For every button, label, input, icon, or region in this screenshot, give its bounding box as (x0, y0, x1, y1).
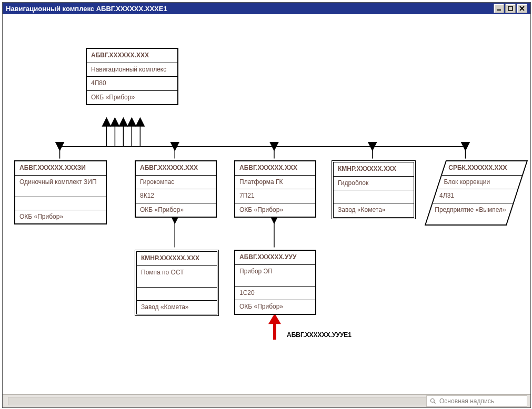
search-input[interactable]: Основная надпись (426, 395, 527, 407)
window-title: Навигационный комплекс АБВГ.ХХХХХХ.ХХХЕ1 (6, 5, 494, 13)
node-hydro[interactable]: КМНР.ХХХХХХ.ХХХ Гидроблок Завод «Комета» (332, 160, 416, 219)
node-org: ОКБ «Прибор» (235, 300, 315, 314)
node-name: Платформа ГК (235, 176, 315, 190)
window-buttons (494, 4, 527, 13)
node-pump[interactable]: КМНР.ХХХХХХ.ХХХ Помпа по ОСТ Завод «Коме… (135, 250, 219, 316)
node-org: ОКБ «Прибор» (15, 210, 106, 224)
app-window: Навигационный комплекс АБВГ.ХХХХХХ.ХХХЕ1 (2, 2, 531, 408)
minimize-button[interactable] (494, 4, 504, 13)
status-track (8, 397, 428, 405)
node-root[interactable]: АБВГ.ХХХХХХ.ХХХ Навигационный комплекс 4… (86, 48, 178, 105)
node-name: Навигационный комплекс (87, 63, 177, 77)
node-name: Одиночный комплект ЗИП (15, 176, 106, 197)
node-code: СРБК.ХХХХХХ.ХХХ (448, 164, 507, 172)
node-index (334, 190, 414, 203)
titlebar: Навигационный комплекс АБВГ.ХХХХХХ.ХХХЕ1 (3, 3, 530, 14)
node-index (137, 288, 217, 301)
statusbar: Основная надпись (3, 394, 530, 407)
node-code: АБВГ.ХХХХХХ.УУУ (235, 251, 315, 265)
node-name: Гирокомпас (136, 176, 216, 190)
node-gyro[interactable]: АБВГ.ХХХХХХ.ХХХ Гирокомпас 8К12 ОКБ «При… (135, 160, 217, 218)
node-index (15, 197, 106, 210)
node-platform[interactable]: АБВГ.ХХХХХХ.ХХХ Платформа ГК 7П21 ОКБ «П… (234, 160, 316, 218)
node-index: 7П21 (235, 189, 315, 203)
node-name: Гидроблок (334, 177, 414, 191)
svg-rect-1 (508, 6, 513, 11)
node-org: Предприятие «Вымпел» (435, 206, 506, 214)
node-org: Завод «Комета» (137, 301, 217, 314)
node-org: ОКБ «Прибор» (235, 203, 315, 217)
search-icon (430, 398, 436, 404)
close-icon (519, 6, 525, 11)
node-name: Помпа по ОСТ (137, 266, 217, 288)
node-code: КМНР.ХХХХХХ.ХХХ (334, 162, 414, 177)
node-name: Блок коррекции (444, 178, 490, 187)
node-code: АБВГ.ХХХХХХ.ХХХЗИ (15, 161, 106, 176)
diagram-canvas[interactable]: АБВГ.ХХХХХХ.ХХХ Навигационный комплекс 4… (3, 14, 530, 394)
node-ep[interactable]: АБВГ.ХХХХХХ.УУУ Прибор ЭП 1С20 ОКБ «Приб… (234, 250, 316, 315)
node-zip[interactable]: АБВГ.ХХХХХХ.ХХХЗИ Одиночный комплект ЗИП… (14, 160, 107, 224)
search-placeholder: Основная надпись (439, 397, 494, 405)
node-index: 1С20 (235, 287, 315, 301)
maximize-button[interactable] (505, 4, 516, 13)
minimize-icon (496, 6, 501, 11)
maximize-icon (508, 6, 513, 11)
node-index: 4Л31 (439, 192, 454, 200)
close-button[interactable] (517, 4, 527, 13)
node-org: Завод «Комета» (334, 203, 414, 217)
svg-point-18 (431, 399, 435, 403)
node-corr[interactable]: СРБК.ХХХХХХ.ХХХ Блок коррекции 4Л31 Пред… (435, 160, 517, 226)
node-code: КМНР.ХХХХХХ.ХХХ (137, 252, 217, 266)
svg-line-19 (434, 402, 436, 404)
node-index: 4П80 (87, 77, 177, 91)
node-name: Прибор ЭП (235, 265, 315, 287)
red-arrow-label: АБВГ.ХХХХХХ.УУУЕ1 (287, 331, 352, 339)
node-code: АБВГ.ХХХХХХ.ХХХ (87, 49, 177, 63)
node-index: 8К12 (136, 189, 216, 203)
node-org: ОКБ «Прибор» (87, 91, 177, 105)
node-code: АБВГ.ХХХХХХ.ХХХ (136, 161, 216, 176)
node-org: ОКБ «Прибор» (136, 203, 216, 217)
node-code: АБВГ.ХХХХХХ.ХХХ (235, 161, 315, 176)
